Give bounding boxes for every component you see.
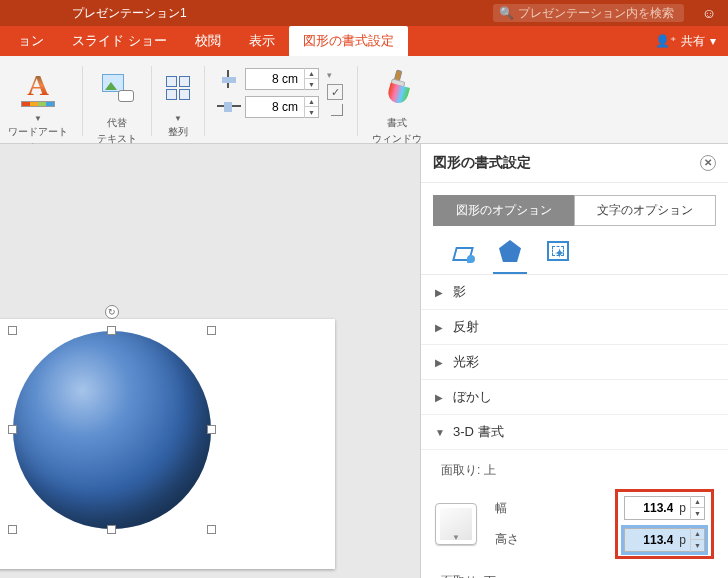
pentagon-icon [499,240,521,262]
slide-canvas[interactable]: ↻ [0,144,420,578]
resize-handle-tr[interactable] [207,326,216,335]
section-softedges[interactable]: ▶ぼかし [421,380,728,415]
resize-handle-br[interactable] [207,525,216,534]
bevel-top-width-field[interactable]: p ▲▼ [624,496,705,520]
title-bar: プレゼンテーション1 🔍 ☺ [0,0,728,26]
height-icon [219,72,239,86]
tab-transition-partial[interactable]: ョン [4,26,58,56]
section-reflection[interactable]: ▶反射 [421,310,728,345]
divider [357,66,358,136]
bevel-top-group: 面取り: 上 ▼ 幅 高さ p ▲▼ [421,450,728,578]
search-box[interactable]: 🔍 [493,4,684,22]
shape-width-field[interactable]: ▲▼ [245,96,319,118]
ribbon: A ▼ ワードアート スタイル 代替 テキスト ▼ 整列 [0,56,728,144]
lock-aspect-checkbox[interactable]: ✓ [327,84,343,100]
chevron-down-icon[interactable]: ▾ [327,70,343,80]
bevel-top-width-input[interactable] [625,501,679,515]
chevron-down-icon: ▼ [452,533,460,542]
sphere-shape[interactable] [13,331,211,529]
shape-height-field[interactable]: ▲▼ [245,68,319,90]
resize-handle-b[interactable] [107,525,116,534]
shape-width-input[interactable] [246,100,304,114]
width-icon [219,100,239,114]
format-shape-pane: 図形の書式設定 ✕ 図形のオプション 文字のオプション ✦ ▶影 ▶反射 ▶光彩… [420,144,728,578]
height-stepper[interactable]: ▲▼ [304,68,318,90]
format-pane-group[interactable]: 書式 ウィンドウ [372,62,422,146]
bevel-width-stepper[interactable]: ▲▼ [690,496,704,520]
resize-handle-tl[interactable] [8,326,17,335]
bevel-bottom-label: 面取り: 下 [435,559,714,578]
wordart-icon: A [27,70,49,100]
main-area: ↻ 図形の書式設定 ✕ 図形のオプション 文字のオプション ✦ [0,144,728,578]
formatwin-label-1: 書式 [387,116,407,130]
share-caret-icon: ▾ [710,34,716,48]
wordart-label-1: ワードアート [8,125,68,139]
highlight-box: p ▲▼ p ▲▼ [615,489,714,559]
share-person-icon: 👤⁺ [655,34,676,48]
arrange-group[interactable]: ▼ 整列 [166,62,190,139]
bevel-top-preset[interactable]: ▼ [435,503,477,545]
bevel-top-height-input[interactable] [625,533,679,547]
size-dialog-launcher[interactable] [331,104,343,116]
arrange-icon [166,76,190,100]
section-glow[interactable]: ▶光彩 [421,345,728,380]
share-label: 共有 [681,33,705,50]
divider [151,66,152,136]
size-inputs: ▲▼ ▲▼ [219,68,319,118]
share-button[interactable]: 👤⁺ 共有 ▾ [643,33,728,50]
text-options-tab[interactable]: 文字のオプション [574,195,716,226]
feedback-smile-icon[interactable]: ☺ [702,5,716,21]
tab-review[interactable]: 校閲 [181,26,235,56]
arrange-label: 整列 [168,125,188,139]
effects-tab[interactable] [497,238,523,264]
bevel-height-label: 高さ [495,531,539,548]
tab-view[interactable]: 表示 [235,26,289,56]
document-title: プレゼンテーション1 [72,5,187,22]
rotate-handle[interactable]: ↻ [105,305,119,319]
shape-selection[interactable]: ↻ [13,331,211,529]
size-position-icon: ✦ [547,241,569,261]
resize-handle-t[interactable] [107,326,116,335]
width-stepper[interactable]: ▲▼ [304,96,318,118]
divider [82,66,83,136]
ribbon-tabs: ョン スライド ショー 校閲 表示 図形の書式設定 👤⁺ 共有 ▾ [0,26,728,56]
bevel-width-label: 幅 [495,500,539,517]
chevron-down-icon: ▼ [34,114,42,123]
chevron-down-icon: ▼ [174,114,182,123]
alttext-label-1: 代替 [107,116,127,130]
paintbrush-icon [383,70,411,106]
paint-bucket-icon [452,241,472,261]
section-shadow[interactable]: ▶影 [421,275,728,310]
fill-line-tab[interactable] [449,238,475,264]
tab-shape-format[interactable]: 図形の書式設定 [289,26,408,56]
search-icon: 🔍 [499,6,514,20]
section-3d-format[interactable]: ▼3-D 書式 [421,415,728,450]
resize-handle-l[interactable] [8,425,17,434]
divider [204,66,205,136]
bevel-top-label: 面取り: 上 [435,456,714,489]
resize-handle-r[interactable] [207,425,216,434]
bevel-height-stepper[interactable]: ▲▼ [690,528,704,552]
bevel-top-height-field[interactable]: p ▲▼ [624,528,705,552]
slide: ↻ [0,319,335,569]
close-icon[interactable]: ✕ [700,155,716,171]
shape-height-input[interactable] [246,72,304,86]
tab-slideshow[interactable]: スライド ショー [58,26,181,56]
shape-options-tab[interactable]: 図形のオプション [433,195,574,226]
size-properties-tab[interactable]: ✦ [545,238,571,264]
alt-text-group[interactable]: 代替 テキスト [97,62,137,146]
resize-handle-bl[interactable] [8,525,17,534]
search-input[interactable] [518,6,678,20]
alt-text-icon [102,74,132,102]
pane-title: 図形の書式設定 [433,154,531,172]
wordart-styles-group[interactable]: A ▼ ワードアート スタイル [8,62,68,155]
